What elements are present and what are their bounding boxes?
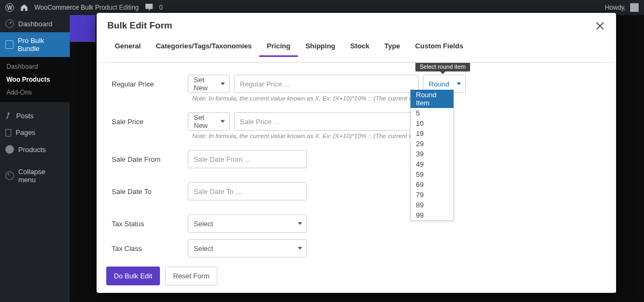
menu-collapse[interactable]: Collapse menu	[0, 163, 70, 188]
chevron-down-icon	[298, 247, 302, 250]
wp-sidebar: Dashboard Pro Bulk Bundle Dashboard Woo …	[0, 15, 70, 302]
regular-price-action-select[interactable]: Set New	[188, 75, 230, 93]
menu-pages[interactable]: Pages	[0, 124, 70, 141]
menu-dashboard[interactable]: Dashboard	[0, 15, 70, 32]
chevron-down-icon	[457, 83, 461, 85]
user-avatar-icon[interactable]	[630, 3, 639, 12]
label-regular-price: Regular Price	[112, 80, 188, 88]
menu-label: Pro Bulk Bundle	[18, 37, 64, 53]
howdy-text[interactable]: Howdy,	[605, 4, 626, 11]
select-value: Select	[194, 220, 213, 228]
round-option[interactable]: 10	[411, 118, 453, 128]
tab-custom-fields[interactable]: Custom Fields	[408, 37, 471, 57]
submenu-add-ons[interactable]: Add-Ons	[0, 86, 70, 99]
submenu: Dashboard Woo Products Add-Ons	[0, 57, 70, 102]
round-option[interactable]: 19	[411, 128, 453, 139]
label-tax-class: Tax Class	[112, 245, 188, 253]
row-regular-price: Regular Price Set New Round Item	[112, 75, 601, 93]
chevron-down-icon	[298, 222, 302, 225]
round-option[interactable]: 99	[411, 210, 453, 220]
menu-label: Dashboard	[18, 20, 53, 28]
chevron-down-icon	[221, 120, 225, 123]
pin-icon	[5, 112, 12, 120]
menu-label: Pages	[16, 128, 35, 136]
page-icon	[5, 129, 11, 136]
submenu-woo-products[interactable]: Woo Products	[0, 73, 70, 86]
tax-status-select[interactable]: Select	[188, 214, 307, 233]
submenu-dashboard[interactable]: Dashboard	[0, 60, 70, 73]
select-value: Set New	[194, 113, 214, 130]
products-icon	[5, 145, 14, 154]
menu-posts[interactable]: Posts	[0, 107, 70, 124]
select-value: Round Item	[429, 80, 450, 88]
chevron-down-icon	[221, 83, 225, 85]
tab-shipping[interactable]: Shipping	[298, 37, 343, 57]
comment-count: 0	[159, 4, 163, 11]
round-option[interactable]: 79	[411, 190, 453, 200]
round-item-tooltip: Select round item	[415, 63, 470, 71]
round-option[interactable]: 89	[411, 200, 453, 210]
tax-class-select[interactable]: Select	[188, 239, 307, 257]
modal-title: Bulk Edit Form	[107, 20, 172, 31]
close-icon[interactable]	[595, 20, 605, 31]
tab-categories[interactable]: Categories/Tags/Taxonomies	[148, 37, 259, 57]
collapse-icon	[5, 171, 14, 180]
modal-footer: Do Bulk Edit Reset Form	[97, 260, 616, 293]
round-option[interactable]: 69	[411, 179, 453, 190]
bulk-edit-modal: Bulk Edit Form General Categories/Tags/T…	[97, 13, 616, 293]
tab-general[interactable]: General	[107, 37, 148, 57]
round-option[interactable]: 29	[411, 139, 453, 149]
label-sale-price: Sale Price	[112, 118, 188, 126]
label-sale-date-from: Sale Date From	[112, 155, 188, 163]
comment-icon[interactable]	[145, 4, 153, 11]
menu-label: Posts	[16, 112, 34, 120]
label-tax-status: Tax Status	[112, 220, 188, 228]
tab-pricing[interactable]: Pricing	[259, 37, 298, 57]
menu-label: Products	[18, 146, 46, 154]
sale-date-to-input[interactable]	[188, 182, 307, 200]
round-option[interactable]: 5	[411, 108, 453, 118]
label-sale-date-to: Sale Date To	[112, 188, 188, 196]
menu-products[interactable]: Products	[0, 141, 70, 158]
sale-date-from-input[interactable]	[188, 150, 307, 168]
sale-price-action-select[interactable]: Set New	[188, 112, 230, 131]
row-sale-date-from: Sale Date From	[112, 150, 601, 168]
row-tax-class: Tax Class Select	[112, 239, 601, 257]
row-tax-status: Tax Status Select	[112, 214, 601, 233]
select-value: Select	[194, 245, 213, 253]
dashboard-icon	[5, 19, 14, 28]
bundle-icon	[5, 40, 13, 49]
row-sale-date-to: Sale Date To	[112, 182, 601, 200]
home-icon[interactable]	[20, 4, 28, 11]
round-option[interactable]: 59	[411, 169, 453, 179]
tab-stock[interactable]: Stock	[343, 37, 377, 57]
menu-pro-bulk-bundle[interactable]: Pro Bulk Bundle	[0, 32, 70, 57]
tab-type[interactable]: Type	[377, 37, 407, 57]
site-title[interactable]: WooCommerce Bulk Product Editing	[34, 4, 139, 11]
round-option[interactable]: 49	[411, 159, 453, 169]
do-bulk-edit-button[interactable]: Do Bulk Edit	[106, 267, 160, 285]
sale-price-input[interactable]	[234, 112, 419, 131]
reset-form-button[interactable]: Reset Form	[165, 267, 218, 285]
regular-price-input[interactable]	[234, 75, 419, 93]
menu-label: Collapse menu	[18, 168, 64, 184]
modal-header: Bulk Edit Form	[97, 13, 616, 37]
sale-price-note: Note: In formula, the current value know…	[192, 133, 601, 139]
round-item-dropdown: Round Item510192939495969798999	[410, 90, 454, 221]
row-sale-price: Sale Price Set New	[112, 112, 601, 131]
app-sidebar-strip	[70, 15, 96, 42]
round-option[interactable]: Round Item	[411, 90, 453, 108]
form-body: Select round item Regular Price Set New …	[97, 63, 616, 260]
select-value: Set New	[194, 76, 214, 92]
wp-logo-icon[interactable]: W	[5, 3, 14, 12]
tabs-container: General Categories/Tags/Taxonomies Prici…	[97, 37, 616, 63]
regular-price-note: Note: In formula, the current value know…	[192, 95, 601, 102]
round-option[interactable]: 39	[411, 149, 453, 159]
